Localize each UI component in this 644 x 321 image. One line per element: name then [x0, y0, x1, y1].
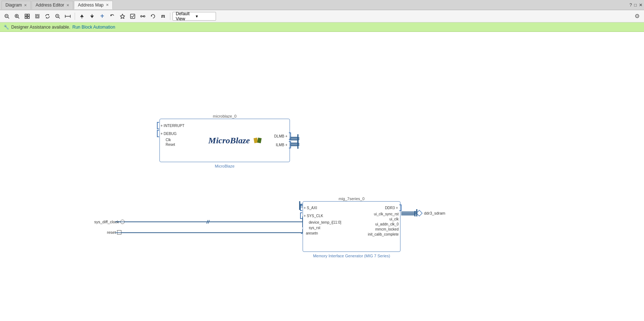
svg-rect-27 — [130, 14, 135, 18]
mig-block[interactable]: + S_AXI + SYS_CLK device_temp_i[11:0] sy… — [303, 201, 400, 252]
toolbar-sep-2 — [170, 13, 170, 20]
mig-right-ports: DDR3 + ui_clk_sync_rst ui_clk ui_addn_cl… — [368, 202, 400, 252]
sys-clk-port[interactable]: + SYS_CLK — [303, 212, 341, 219]
toolbar: + Default View ▾ ⚙ — [0, 10, 644, 22]
connect-button[interactable] — [138, 12, 148, 21]
view-dropdown[interactable]: Default View ▾ — [173, 12, 216, 21]
zoom-area-button[interactable] — [53, 12, 62, 21]
aresetn-port[interactable]: ◄ aresetn — [303, 231, 341, 235]
undo-button[interactable] — [108, 12, 117, 21]
diagram-canvas: microblaze_0 + INTERRUPT + DEBUG Clk Res… — [0, 32, 644, 321]
svg-marker-56 — [416, 210, 422, 216]
tab-diagram[interactable]: Diagram ✕ — [1, 1, 31, 9]
microblaze-instance-label: microblaze_0 — [159, 114, 290, 119]
add-button[interactable]: + — [97, 12, 107, 21]
dropdown-arrow-icon: ▾ — [196, 14, 213, 19]
fit-all-button[interactable] — [22, 12, 32, 21]
svg-rect-8 — [28, 14, 29, 16]
move-down-button[interactable] — [87, 12, 97, 21]
wires-svg — [0, 32, 644, 321]
ui-addn-clk-0-port[interactable]: ui_addn_clk_0 — [375, 222, 399, 226]
microblaze-logo-icon — [252, 135, 263, 146]
tab-diagram-label: Diagram — [5, 3, 22, 8]
move-up-button[interactable] — [77, 12, 87, 21]
zoom-in-button[interactable] — [12, 12, 22, 21]
clk-port[interactable]: Clk — [160, 138, 184, 142]
pin-button[interactable] — [118, 12, 127, 21]
ddr3-sdram-diamond-icon — [416, 210, 423, 216]
sys-diff-clock-ext-port[interactable]: sys_diff_clock — [94, 220, 125, 224]
designer-assistance-banner: 🔧 Designer Assistance available. Run Blo… — [0, 22, 644, 32]
disconnect-button[interactable] — [158, 12, 168, 21]
reset-port[interactable]: Reset — [160, 143, 184, 147]
device-temp-port[interactable]: device_temp_i[11:0] — [303, 220, 341, 224]
init-calib-complete-port[interactable]: init_calib_complete — [368, 232, 399, 236]
settings-button[interactable]: ⚙ — [632, 12, 642, 21]
svg-line-16 — [59, 17, 60, 18]
help-question[interactable]: ? — [630, 3, 632, 8]
zoom-out-button[interactable] — [2, 12, 12, 21]
svg-rect-7 — [25, 14, 27, 16]
ui-clk-sync-rst-port[interactable]: ui_clk_sync_rst — [374, 212, 399, 216]
svg-line-36 — [162, 15, 162, 18]
sys-rst-port[interactable]: sys_rst — [303, 226, 341, 230]
tab-help: ? □ ✕ — [630, 3, 643, 8]
view-dropdown-label: Default View — [176, 11, 193, 21]
microblaze-right-ports: DLMB + ILMB + — [274, 119, 290, 162]
toolbar-sep-1 — [75, 13, 75, 20]
svg-marker-24 — [90, 16, 94, 18]
banner-text: Designer Assistance available. — [11, 25, 70, 30]
svg-rect-55 — [257, 138, 261, 143]
ui-clk-port[interactable]: ui_clk — [389, 217, 399, 221]
svg-marker-22 — [80, 14, 84, 17]
svg-rect-12 — [36, 15, 38, 17]
interrupt-port[interactable]: + INTERRUPT — [160, 122, 184, 129]
svg-point-28 — [141, 16, 142, 17]
svg-line-58 — [208, 220, 209, 224]
reset-ext-port[interactable]: reset — [107, 230, 121, 235]
svg-line-4 — [18, 17, 20, 18]
svg-rect-10 — [28, 17, 29, 18]
tab-address-map[interactable]: Address Map ✕ — [74, 1, 113, 9]
debug-port[interactable]: + DEBUG — [160, 130, 184, 137]
tab-bar: Diagram ✕ Address Editor ✕ Address Map ✕… — [0, 0, 644, 10]
tab-address-map-label: Address Map — [78, 3, 104, 8]
tab-address-editor-label: Address Editor — [36, 3, 64, 8]
tab-address-editor-close[interactable]: ✕ — [66, 3, 69, 7]
svg-line-1 — [8, 17, 9, 18]
svg-line-57 — [207, 220, 208, 224]
reload-button[interactable] — [148, 12, 158, 21]
help-close[interactable]: ✕ — [639, 3, 643, 8]
banner-icon: 🔧 — [4, 25, 9, 30]
microblaze-block[interactable]: + INTERRUPT + DEBUG Clk Reset MicroBlaze — [159, 119, 290, 162]
microblaze-component-label: MicroBlaze — [159, 164, 290, 169]
svg-rect-9 — [25, 17, 27, 18]
ddr3-port[interactable]: DDR3 + — [385, 204, 399, 211]
zoom-fit-width-button[interactable] — [63, 12, 72, 21]
run-block-automation-link[interactable]: Run Block Automation — [72, 25, 115, 30]
mig-left-ports: + S_AXI + SYS_CLK device_temp_i[11:0] sy… — [303, 202, 341, 252]
s-axi-port[interactable]: + S_AXI — [303, 204, 341, 211]
microblaze-logo: MicroBlaze — [208, 135, 263, 146]
dlmb-port[interactable]: DLMB + — [274, 132, 288, 140]
ilmb-port[interactable]: ILMB + — [276, 141, 288, 148]
refresh-button[interactable] — [43, 12, 52, 21]
diagram-wires — [0, 32, 644, 321]
mig-component-label: Memory Interface Generator (MIG 7 Series… — [303, 253, 400, 258]
svg-line-37 — [164, 15, 165, 18]
mmcm-locked-port[interactable]: mmcm_locked — [375, 227, 399, 231]
mark-button[interactable] — [128, 12, 137, 21]
microblaze-left-ports: + INTERRUPT + DEBUG Clk Reset — [160, 119, 184, 162]
svg-marker-33 — [151, 15, 152, 17]
ddr3-sdram-ext-port[interactable]: ddr3_sdram — [416, 210, 445, 216]
tab-address-map-close[interactable]: ✕ — [106, 3, 109, 7]
tab-address-editor[interactable]: Address Editor ✕ — [32, 1, 73, 9]
help-maximize[interactable]: □ — [634, 3, 637, 8]
tab-diagram-close[interactable]: ✕ — [24, 3, 27, 7]
mig-instance-label: mig_7series_0 — [303, 196, 400, 201]
fit-selection-button[interactable] — [33, 12, 42, 21]
